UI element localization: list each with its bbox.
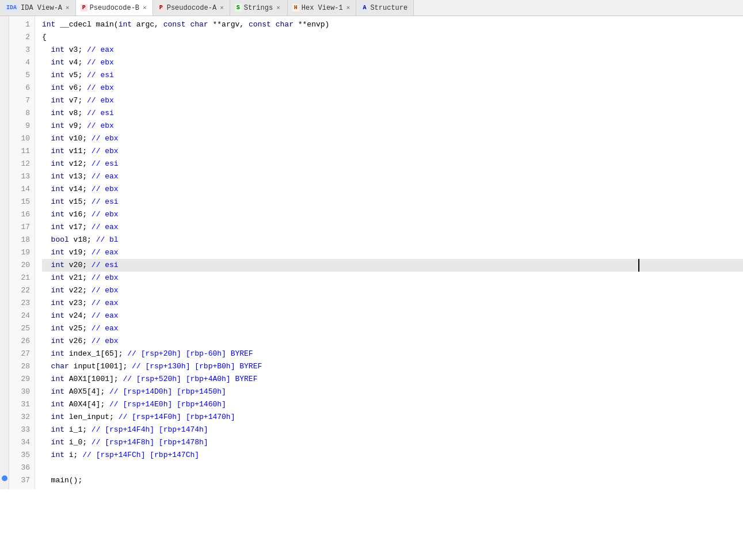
tab-structure[interactable]: AStructure — [356, 0, 414, 16]
line-number-29: 29 — [12, 373, 30, 386]
line-number-6: 6 — [12, 82, 30, 94]
code-line-21: int v21; // ebx — [42, 272, 743, 284]
keyword-token: int — [42, 273, 64, 282]
gutter-item-13 — [0, 168, 9, 181]
tab-pseudocode-b[interactable]: PPseudocode-B× — [76, 0, 153, 16]
keyword-token: int — [42, 261, 64, 269]
comment-token: // eax — [92, 311, 119, 320]
gutter-item-2 — [0, 29, 9, 41]
comment-token: // [rsp+14E0h] [rbp+1460h] — [109, 400, 226, 409]
line-number-32: 32 — [12, 411, 30, 424]
tab-close-ida-view-a[interactable]: × — [64, 5, 71, 12]
breakpoint-gutter — [0, 16, 9, 489]
code-line-4: int v4; // ebx — [42, 56, 743, 69]
line-number-3: 3 — [12, 44, 30, 56]
gutter-item-32 — [0, 409, 9, 421]
pseudo-tab-icon: P — [158, 4, 165, 12]
line-number-34: 34 — [12, 436, 30, 449]
comment-token: // ebx — [87, 58, 114, 67]
comment-token: // ebx — [92, 210, 119, 219]
code-token: v25; — [64, 324, 92, 333]
keyword-token: int — [42, 425, 64, 434]
tab-ida-view-a[interactable]: IDAIDA View-A× — [0, 0, 76, 16]
code-line-18: bool v18; // bl — [42, 234, 743, 246]
comment-token: // ebx — [87, 83, 114, 92]
line-number-10: 10 — [12, 132, 30, 145]
keyword-token: char — [42, 362, 69, 371]
line-number-13: 13 — [12, 170, 30, 183]
keyword-token: int — [42, 349, 64, 358]
gutter-item-8 — [0, 105, 9, 117]
code-token: argc, — [132, 20, 163, 29]
keyword-token: int — [42, 387, 64, 396]
text-cursor — [638, 259, 639, 272]
keyword-token: int — [42, 58, 64, 67]
line-number-7: 7 — [12, 94, 30, 107]
code-line-8: int v8; // esi — [42, 107, 743, 120]
tab-hex-view-1[interactable]: HHex View-1× — [288, 0, 357, 16]
line-number-11: 11 — [12, 145, 30, 158]
tab-pseudocode-a[interactable]: PPseudocode-A× — [153, 0, 230, 16]
code-line-37: main(); — [42, 474, 743, 487]
gutter-item-17 — [0, 219, 9, 231]
keyword-token: int — [42, 451, 64, 459]
gutter-item-7 — [0, 92, 9, 105]
tab-close-hex-view-1[interactable]: × — [345, 5, 352, 12]
tab-close-strings[interactable]: × — [275, 5, 281, 12]
comment-token: // [rsp+14F4h] [rbp+1474h] — [92, 425, 208, 434]
line-number-28: 28 — [12, 360, 30, 373]
code-line-13: int v13; // eax — [42, 170, 743, 183]
keyword-token: int — [42, 45, 64, 54]
code-line-7: int v7; // ebx — [42, 94, 743, 107]
line-number-26: 26 — [12, 335, 30, 348]
tab-close-pseudocode-a[interactable]: × — [219, 5, 225, 12]
code-line-3: int v3; // eax — [42, 44, 743, 56]
keyword-token: char — [276, 20, 294, 29]
code-line-6: int v6; // ebx — [42, 82, 743, 94]
line-number-15: 15 — [12, 196, 30, 208]
tab-close-pseudocode-b[interactable]: × — [142, 5, 148, 12]
code-line-11: int v11; // ebx — [42, 145, 743, 158]
line-number-30: 30 — [12, 386, 30, 398]
gutter-item-6 — [0, 79, 9, 92]
code-line-36 — [42, 462, 743, 474]
keyword-token: int — [42, 299, 64, 307]
code-token: v13; — [64, 172, 92, 181]
tab-bar: IDAIDA View-A×PPseudocode-B×PPseudocode-… — [0, 0, 743, 16]
code-token: v14; — [64, 185, 92, 193]
line-number-22: 22 — [12, 284, 30, 297]
keyword-token: int — [42, 223, 64, 231]
gutter-item-30 — [0, 383, 9, 396]
code-line-31: int A0X4[4]; // [rsp+14E0h] [rbp+1460h] — [42, 398, 743, 411]
code-token: A0X5[4]; — [64, 387, 109, 396]
line-number-25: 25 — [12, 322, 30, 335]
code-token: v4; — [64, 58, 87, 67]
line-number-16: 16 — [12, 208, 30, 221]
code-area[interactable]: int __cdecl main(int argc, const char **… — [35, 16, 743, 489]
line-number-31: 31 — [12, 398, 30, 411]
comment-token: // ebx — [92, 134, 119, 143]
code-token: v5; — [64, 71, 87, 79]
gutter-item-3 — [0, 41, 9, 54]
comment-token: // [rsp+14FCh] [rbp+147Ch] — [82, 451, 199, 459]
keyword-token: int — [42, 109, 64, 117]
keyword-token: int — [42, 337, 64, 345]
code-line-5: int v5; // esi — [42, 69, 743, 82]
line-number-12: 12 — [12, 158, 30, 170]
tab-strings[interactable]: SStrings× — [230, 0, 288, 16]
comment-token: // eax — [92, 324, 119, 333]
keyword-token: int — [42, 172, 64, 181]
gutter-item-24 — [0, 307, 9, 320]
code-container: 1234567891011121314151617181920212223242… — [0, 16, 743, 489]
tab-label-strings: Strings — [244, 4, 273, 12]
code-token: v23; — [64, 299, 92, 307]
code-token: **argv, — [208, 20, 249, 29]
gutter-item-25 — [0, 320, 9, 333]
keyword-token: bool — [42, 235, 69, 244]
gutter-item-20 — [0, 257, 9, 269]
tab-label-pseudocode-b: Pseudocode-B — [90, 4, 139, 12]
comment-token: // [rsp+14D0h] [rbp+1450h] — [109, 387, 226, 396]
comment-token: // esi — [92, 197, 119, 206]
code-line-19: int v19; // eax — [42, 246, 743, 259]
gutter-item-37 — [0, 472, 9, 485]
